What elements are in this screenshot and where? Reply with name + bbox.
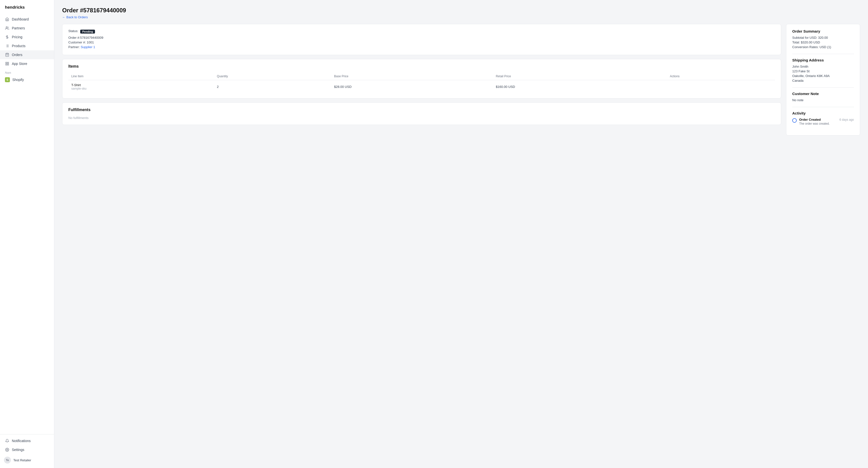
sidebar: hendricks Dashboard Partners Pricing (0, 0, 54, 468)
svg-rect-12 (6, 64, 7, 65)
home-icon (5, 17, 9, 22)
order-summary-title: Order Summary (792, 29, 854, 33)
product-cell: T-Shirt sample-sku (68, 80, 214, 93)
sidebar-item-pricing[interactable]: Pricing (0, 33, 54, 41)
sidebar-item-label: Pricing (12, 35, 23, 39)
status-label: Status: (68, 29, 78, 33)
product-sku: sample-sku (71, 87, 211, 90)
retail-price-cell: $160.00 USD (493, 80, 667, 93)
fulfillments-empty: No fulfillments (68, 116, 775, 120)
sidebar-item-app-store[interactable]: App Store (0, 59, 54, 68)
sidebar-item-orders[interactable]: Orders (0, 50, 54, 59)
list-icon (5, 44, 9, 48)
quantity-cell: 2 (214, 80, 331, 93)
activity-description: The order was created. (799, 122, 854, 125)
svg-point-0 (6, 27, 7, 28)
subtotal-line: Subtotal for USD: 320.00 (792, 36, 854, 39)
apps-section-label: Apps (0, 68, 54, 75)
customer-number-value: 1001 (87, 40, 94, 44)
product-name: T-Shirt (71, 83, 211, 87)
sidebar-item-settings[interactable]: Settings (0, 445, 54, 454)
customer-number-line: Customer #: 1001 (68, 40, 775, 44)
back-to-orders-link[interactable]: ← Back to Orders (62, 15, 860, 19)
gear-icon (5, 447, 9, 452)
sidebar-app-label: Shopify (12, 78, 24, 82)
sidebar-item-label: Dashboard (12, 17, 29, 21)
activity-dot (792, 118, 797, 123)
sidebar-item-shopify[interactable]: S Shopify (0, 75, 54, 84)
sidebar-item-partners[interactable]: Partners (0, 24, 54, 33)
items-section-title: Items (68, 64, 775, 69)
fulfillments-section-title: Fulfillments (68, 108, 775, 112)
shipping-name: John Smith (792, 65, 854, 68)
sidebar-item-label: Partners (12, 26, 25, 30)
base-price-cell: $28.00 USD (331, 80, 493, 93)
col-quantity: Quantity (214, 72, 331, 80)
col-retail-price: Retail Price (493, 72, 667, 80)
sidebar-item-notifications[interactable]: Notifications (0, 436, 54, 445)
shipping-address-section: Shipping Address John Smith 123 Fake St … (792, 58, 854, 83)
activity-item: Order Created 6 days ago The order was c… (792, 118, 854, 125)
fulfillments-card: Fulfillments No fulfillments (62, 103, 781, 125)
activity-content: Order Created 6 days ago The order was c… (799, 118, 854, 125)
subtotal-label: Subtotal for USD: (792, 36, 817, 39)
activity-title: Activity (792, 111, 854, 115)
brand-logo: hendricks (0, 0, 54, 14)
activity-event-name: Order Created (799, 118, 820, 121)
items-card: Items Line Item Quantity Base Price Reta… (62, 59, 781, 98)
svg-rect-10 (7, 62, 9, 63)
order-info-card: Status: Pending Order #:5781679440009 Cu… (62, 24, 781, 55)
partner-line: Partner: Supplier 1 (68, 45, 775, 49)
sidebar-item-label: Settings (12, 448, 24, 452)
customer-note-text: No note (792, 98, 854, 102)
sidebar-item-dashboard[interactable]: Dashboard (0, 15, 54, 24)
back-link-label: Back to Orders (66, 15, 88, 19)
sidebar-item-label: Notifications (12, 439, 31, 443)
order-summary-section: Order Summary Subtotal for USD: 320.00 T… (792, 29, 854, 49)
order-number-value: 5781679440009 (80, 36, 103, 39)
divider-2 (792, 87, 854, 88)
total-value: $320.00 USD (801, 40, 820, 44)
customer-label: Customer #: (68, 40, 86, 44)
shopping-bag-icon (5, 53, 9, 57)
avatar: Te (4, 457, 11, 464)
conversion-line: Conversion Rates: USD (1) (792, 45, 854, 49)
col-base-price: Base Price (331, 72, 493, 80)
user-profile[interactable]: Te Test Retailer (0, 454, 54, 466)
arrow-left-icon: ← (62, 15, 65, 19)
sidebar-item-label: Orders (12, 53, 23, 57)
users-icon (5, 26, 9, 30)
svg-rect-11 (7, 64, 9, 65)
order-number-label: Order #: (68, 36, 80, 39)
grid-icon (5, 61, 9, 66)
page-title: Order #5781679440009 (62, 7, 860, 14)
bell-icon (5, 439, 9, 443)
content-area: Status: Pending Order #:5781679440009 Cu… (62, 24, 860, 136)
main-panel: Status: Pending Order #:5781679440009 Cu… (62, 24, 781, 125)
right-panel: Order Summary Subtotal for USD: 320.00 T… (786, 24, 860, 136)
customer-note-title: Customer Note (792, 92, 854, 96)
status-row: Status: Pending (68, 29, 775, 34)
subtotal-value: 320.00 (818, 36, 828, 39)
user-name: Test Retailer (13, 458, 31, 462)
order-number-line: Order #:5781679440009 (68, 36, 775, 39)
main-content: Order #5781679440009 ← Back to Orders St… (54, 0, 868, 468)
total-label: Total: (792, 40, 800, 44)
activity-section: Activity Order Created 6 days ago The or… (792, 111, 854, 125)
status-badge: Pending (80, 30, 95, 34)
divider-3 (792, 107, 854, 107)
activity-time: 6 days ago (839, 118, 854, 121)
partner-link[interactable]: Supplier 1 (81, 45, 95, 49)
table-row: T-Shirt sample-sku 2 $28.00 USD $160.00 … (68, 80, 775, 93)
shipping-city-province: Oakville, Ontario K8K A9A (792, 74, 854, 78)
main-nav: Dashboard Partners Pricing Products (0, 14, 54, 434)
page-header: Order #5781679440009 ← Back to Orders (62, 7, 860, 19)
shipping-street: 123 Fake St (792, 69, 854, 73)
sidebar-item-products[interactable]: Products (0, 41, 54, 50)
dollar-icon (5, 35, 9, 39)
customer-note-section: Customer Note No note (792, 92, 854, 102)
shipping-address-title: Shipping Address (792, 58, 854, 62)
partner-label: Partner: (68, 45, 80, 49)
sidebar-item-label: App Store (12, 62, 27, 66)
col-line-item: Line Item (68, 72, 214, 80)
